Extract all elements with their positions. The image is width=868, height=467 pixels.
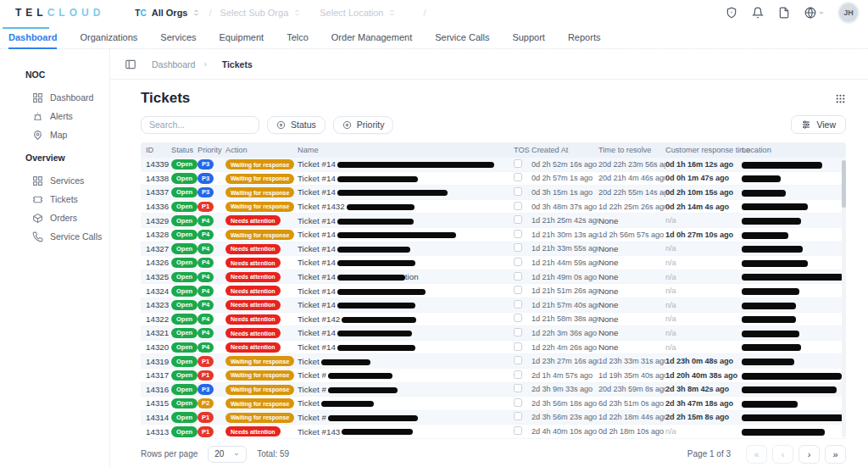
shield-icon[interactable] [726, 7, 737, 19]
column-header-location: Location [742, 146, 843, 154]
row-checkbox[interactable] [514, 356, 522, 364]
location-placeholder: Select Location [320, 8, 383, 18]
row-checkbox[interactable] [514, 300, 522, 309]
sidebar-item-service-calls[interactable]: Service Calls [0, 227, 109, 246]
org-selector[interactable]: TC All Orgs [135, 8, 200, 18]
table-row[interactable]: 14336OpenP1Waiting for responseTicket #1… [141, 200, 846, 214]
table-row[interactable]: 14327OpenP4Needs attentionTicket #141d 2… [141, 242, 846, 257]
table-row[interactable]: 14325OpenP4Needs attentionTicket #14tion… [141, 270, 846, 285]
document-icon[interactable] [778, 7, 790, 19]
location [742, 216, 843, 225]
next-page-button[interactable]: › [798, 445, 820, 464]
location [742, 272, 843, 281]
sub-org-selector[interactable]: Select Sub Orga [220, 8, 302, 18]
table-row[interactable]: 14326OpenP4Needs attentionTicket #141d 2… [141, 256, 846, 270]
time-to-resolve: None [598, 300, 665, 309]
ticket-id: 14323 [146, 300, 171, 309]
globe-icon [804, 7, 816, 19]
location [742, 398, 843, 408]
search-input[interactable] [141, 116, 259, 134]
row-checkbox[interactable] [514, 426, 522, 435]
redacted-text [337, 247, 410, 253]
row-checkbox[interactable] [514, 243, 522, 252]
redacted-text [742, 401, 798, 408]
table-row[interactable]: 14316OpenP3Waiting for responseTicket #2… [141, 383, 846, 398]
sidebar-toggle-icon[interactable] [125, 58, 136, 70]
table-scrollbar[interactable] [842, 159, 846, 437]
table-row[interactable]: 14324OpenP4Needs attentionTicket #141d 2… [141, 284, 846, 298]
status-badge: Open [171, 243, 198, 254]
table-row[interactable]: 14319OpenP1Waiting for responseTicket1d … [141, 354, 846, 369]
table-row[interactable]: 14337OpenP3Waiting for responseTicket #1… [141, 186, 846, 200]
sidebar-item-dashboard[interactable]: Dashboard [0, 88, 109, 107]
priority-badge: P3 [198, 384, 214, 395]
grid-dots-icon[interactable] [835, 93, 846, 104]
table-row[interactable]: 14338OpenP3Waiting for responseTicket #1… [141, 172, 846, 186]
time-to-resolve: 20d 23h 59m 8s ago [598, 385, 665, 393]
sidebar-item-orders[interactable]: Orders [0, 208, 109, 227]
table-row[interactable]: 14339OpenP3Waiting for responseTicket #1… [141, 158, 846, 172]
row-checkbox[interactable] [514, 187, 522, 196]
table-row[interactable]: 14314OpenP1Waiting for responseTicket #2… [141, 411, 846, 425]
location [742, 385, 843, 394]
rows-per-page-select[interactable]: 20 [208, 446, 247, 463]
sidebar-item-map[interactable]: Map [0, 125, 109, 144]
sidebar-item-tickets[interactable]: Tickets [0, 190, 109, 208]
status-badge: Open [171, 412, 198, 423]
tab-order-management[interactable]: Order Management [331, 32, 412, 42]
tab-support[interactable]: Support [512, 32, 545, 42]
row-checkbox[interactable] [514, 258, 522, 266]
sidebar-item-alerts[interactable]: Alerts [0, 107, 109, 125]
priority-badge: P4 [198, 328, 214, 339]
tab-dashboard[interactable]: Dashboard [8, 32, 57, 42]
tab-reports[interactable]: Reports [568, 32, 601, 42]
table-row[interactable]: 14320OpenP4Needs attentionTicket #141d 2… [141, 341, 846, 355]
table-row[interactable]: 14322OpenP4Needs attentionTicket #1421d … [141, 313, 846, 327]
tab-organizations[interactable]: Organizations [80, 32, 137, 42]
row-checkbox[interactable] [514, 342, 522, 351]
status-filter-button[interactable]: Status [267, 116, 326, 134]
row-checkbox[interactable] [514, 384, 522, 392]
row-checkbox[interactable] [514, 398, 522, 407]
ticket-id: 14337 [146, 187, 171, 197]
language-selector[interactable] [804, 7, 825, 19]
time-to-resolve: None [598, 216, 665, 225]
row-checkbox[interactable] [514, 286, 522, 294]
rows-per-page-value: 20 [214, 449, 224, 459]
app-logo[interactable]: TELCLOUD [15, 7, 104, 19]
redacted-text [328, 387, 398, 393]
row-checkbox[interactable] [514, 230, 522, 238]
scrollbar-thumb[interactable] [842, 160, 846, 208]
row-checkbox[interactable] [514, 202, 522, 210]
bell-icon[interactable] [752, 7, 764, 19]
row-checkbox[interactable] [514, 173, 522, 181]
table-row[interactable]: 14321OpenP4Needs attentionTicket #141d 2… [141, 326, 846, 341]
row-checkbox[interactable] [514, 370, 522, 379]
row-checkbox[interactable] [514, 159, 522, 168]
last-page-button[interactable]: » [825, 445, 846, 464]
sidebar-heading: Overview [25, 153, 109, 163]
row-checkbox[interactable] [514, 314, 522, 322]
table-row[interactable]: 14329OpenP4Needs attentionTicket #141d 2… [141, 214, 846, 228]
row-checkbox[interactable] [514, 328, 522, 336]
sidebar-item-services[interactable]: Services [0, 171, 109, 190]
sub-org-placeholder: Select Sub Orga [220, 8, 289, 18]
priority-filter-button[interactable]: Priority [333, 116, 394, 134]
row-checkbox[interactable] [514, 272, 522, 281]
table-row[interactable]: 14328OpenP4Waiting for responseTicket #1… [141, 228, 846, 242]
breadcrumb-dashboard[interactable]: Dashboard [152, 59, 195, 69]
row-checkbox[interactable] [514, 412, 522, 420]
table-row[interactable]: 14317OpenP1Waiting for responseTicket #2… [141, 369, 846, 383]
table-row[interactable]: 14323OpenP4Needs attentionTicket #141d 2… [141, 298, 846, 313]
tab-services[interactable]: Services [160, 32, 196, 42]
tab-telco[interactable]: Telco [287, 32, 309, 42]
location-selector[interactable]: Select Location [320, 8, 396, 18]
tab-equipment[interactable]: Equipment [220, 32, 264, 42]
view-button[interactable]: View [791, 115, 846, 134]
table-row[interactable]: 14315OpenP2Waiting for responseTicket2d … [141, 397, 846, 411]
table-row[interactable]: 14313OpenP1Needs attentionTicket #1432d … [141, 425, 846, 439]
row-checkbox[interactable] [514, 215, 522, 224]
avatar[interactable]: JH [839, 3, 858, 22]
ticket-name: Ticket #14 [298, 258, 514, 267]
tab-service-calls[interactable]: Service Calls [435, 32, 489, 42]
